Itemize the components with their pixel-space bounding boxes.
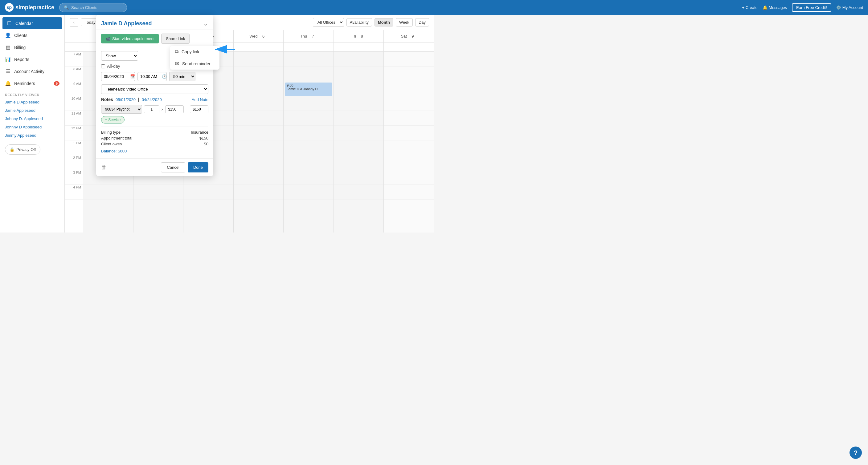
day-header-sat: Sat 9 bbox=[384, 30, 434, 42]
add-service-label: + Service bbox=[105, 118, 121, 122]
search-icon: 🔍 bbox=[64, 5, 69, 10]
offices-select[interactable]: All Offices bbox=[313, 18, 344, 27]
balance-link[interactable]: Balance: $600 bbox=[101, 149, 208, 153]
sidebar-item-label: Reports bbox=[14, 57, 29, 62]
sidebar-item-reminders[interactable]: 🔔 Reminders 9 bbox=[0, 77, 64, 89]
start-video-label: Start video appointment bbox=[112, 36, 154, 41]
share-link-label: Share Link bbox=[166, 36, 185, 41]
appt-total-value: $150 bbox=[199, 136, 208, 140]
day-col-sat bbox=[384, 52, 434, 232]
allday-checkbox-label[interactable]: All-day bbox=[101, 64, 120, 69]
availability-label: Availability bbox=[350, 20, 369, 25]
search-bar[interactable]: 🔍 bbox=[59, 3, 127, 12]
allday-checkbox[interactable] bbox=[101, 64, 105, 68]
sidebar-item-label: Reminders bbox=[14, 81, 35, 86]
all-day-wed bbox=[234, 42, 284, 52]
time-8am: 8 AM bbox=[65, 67, 83, 81]
day-view-button[interactable]: Day bbox=[415, 18, 429, 27]
price-input[interactable] bbox=[165, 105, 184, 113]
notes-label: Notes bbox=[101, 97, 113, 102]
recent-link-5[interactable]: Jimmy Appleseed bbox=[0, 131, 64, 139]
multiplier: × bbox=[161, 107, 164, 112]
week-label: Week bbox=[399, 20, 409, 25]
time-2pm: 2 PM bbox=[65, 155, 83, 170]
cancel-button[interactable]: Cancel bbox=[161, 162, 185, 172]
time-column: 7 AM 8 AM 9 AM 10 AM 11 AM 12 PM 1 PM 2 … bbox=[65, 30, 83, 232]
sidebar-item-label: Billing bbox=[14, 45, 26, 50]
sidebar: ☐ Calendar 👤 Clients ▤ Billing 📊 Reports… bbox=[0, 15, 65, 232]
day-label: Day bbox=[418, 20, 426, 25]
service-select[interactable]: 90834 Psychot bbox=[101, 105, 142, 113]
reminders-badge: 9 bbox=[54, 81, 60, 86]
day-col-wed bbox=[234, 52, 284, 232]
billing-row: 90834 Psychot × = bbox=[101, 105, 208, 113]
popup-footer: 🗑 Cancel Done bbox=[96, 158, 213, 176]
send-reminder-item[interactable]: ✉ Send reminder bbox=[170, 58, 219, 70]
delete-button[interactable]: 🗑 bbox=[101, 164, 107, 171]
sidebar-item-billing[interactable]: ▤ Billing bbox=[0, 41, 64, 53]
sidebar-item-account-activity[interactable]: ☰ Account Activity bbox=[0, 65, 64, 77]
popup-close-icon[interactable]: ⌄ bbox=[203, 20, 208, 27]
day-header-thu: Thu 7 bbox=[284, 30, 334, 42]
all-day-thu bbox=[284, 42, 334, 52]
reminders-icon: 🔔 bbox=[5, 80, 11, 86]
availability-button[interactable]: Availability bbox=[346, 18, 372, 27]
add-note-button[interactable]: Add Note bbox=[192, 97, 208, 102]
add-service-button[interactable]: + Service bbox=[101, 116, 125, 124]
week-view-button[interactable]: Week bbox=[396, 18, 413, 27]
location-select[interactable]: Telehealth: Video Office bbox=[101, 85, 208, 94]
logo: sp simplepractice bbox=[5, 3, 54, 12]
recent-link-2[interactable]: Jamie Appleseed bbox=[0, 106, 64, 114]
location-row: Telehealth: Video Office bbox=[101, 85, 208, 94]
share-link-button[interactable]: Share Link bbox=[161, 34, 190, 44]
sidebar-item-calendar[interactable]: ☐ Calendar bbox=[2, 17, 62, 29]
prev-button[interactable]: ‹ bbox=[70, 18, 78, 27]
time-4pm: 4 PM bbox=[65, 185, 83, 200]
duration-select[interactable]: 50 min bbox=[169, 72, 195, 81]
calendar-icon: ☐ bbox=[6, 20, 12, 26]
appointment-popup: Jamie D Appleseed ⌄ 📹 Start video appoin… bbox=[96, 15, 213, 176]
qty-input[interactable] bbox=[144, 105, 159, 113]
sidebar-item-clients[interactable]: 👤 Clients bbox=[0, 29, 64, 41]
time-9am: 9 AM bbox=[65, 81, 83, 96]
day-col-fri bbox=[334, 52, 384, 232]
appt-total-label: Appointment total bbox=[101, 136, 132, 140]
mail-icon: ✉ bbox=[175, 61, 179, 67]
time-7am: 7 AM bbox=[65, 52, 83, 67]
total-input[interactable] bbox=[190, 105, 208, 113]
notes-row: Notes 05/01/2020 | 04/24/2020 Add Note bbox=[101, 97, 208, 102]
done-button[interactable]: Done bbox=[188, 162, 208, 172]
thu-appt-name: Jamie D & Johnny D bbox=[287, 87, 331, 91]
share-dropdown: ⧉ Copy link ✉ Send reminder bbox=[170, 46, 219, 70]
privacy-button[interactable]: 🔒 Privacy Off bbox=[5, 144, 40, 155]
recent-link-1[interactable]: Jamie D Appleseed bbox=[0, 98, 64, 106]
show-select[interactable]: Show bbox=[101, 51, 138, 61]
appt-total-line: Appointment total $150 bbox=[101, 136, 208, 140]
note-date1[interactable]: 05/01/2020 bbox=[116, 97, 135, 102]
appointment-block-thu[interactable]: 9:00 Jamie D & Johnny D bbox=[285, 82, 332, 96]
sidebar-item-reports[interactable]: 📊 Reports bbox=[0, 53, 64, 65]
time-10am: 10 AM bbox=[65, 96, 83, 111]
send-reminder-label: Send reminder bbox=[182, 61, 211, 66]
note-date2[interactable]: 04/24/2020 bbox=[142, 97, 162, 102]
sidebar-item-label: Calendar bbox=[16, 21, 33, 26]
start-video-button[interactable]: 📹 Start video appointment bbox=[101, 34, 159, 43]
sidebar-item-label: Clients bbox=[14, 33, 27, 38]
footer-actions: Cancel Done bbox=[161, 162, 208, 172]
time-header bbox=[65, 30, 83, 42]
all-day-fri bbox=[334, 42, 384, 52]
client-owes-line: Client owes $0 bbox=[101, 142, 208, 146]
today-label: Today bbox=[85, 20, 96, 25]
search-input[interactable] bbox=[71, 5, 122, 10]
recent-link-4[interactable]: Johnny D Appleseed bbox=[0, 123, 64, 131]
month-view-button[interactable]: Month bbox=[374, 18, 393, 27]
activity-icon: ☰ bbox=[5, 68, 11, 74]
clients-icon: 👤 bbox=[5, 32, 11, 38]
copy-link-item[interactable]: ⧉ Copy link bbox=[170, 46, 219, 58]
billing-icon: ▤ bbox=[5, 44, 11, 50]
billing-type-label: Billing type bbox=[101, 130, 121, 135]
recent-link-3[interactable]: Johnny D. Appleseed bbox=[0, 114, 64, 123]
reports-icon: 📊 bbox=[5, 56, 11, 62]
video-icon: 📹 bbox=[105, 36, 110, 41]
billing-type-value: Insurance bbox=[191, 130, 208, 135]
